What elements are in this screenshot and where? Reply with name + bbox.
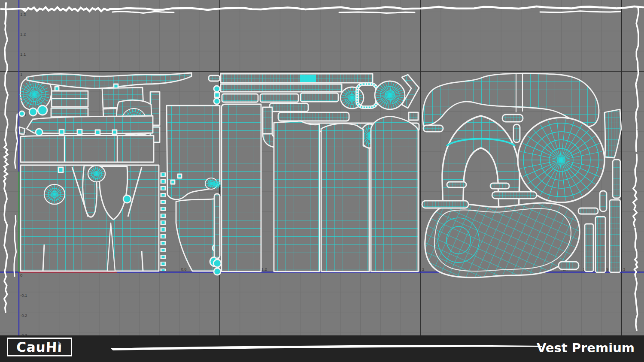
logo-cauhi: CauHi (7, 338, 72, 356)
uv-island-part[interactable] (19, 127, 25, 134)
uv-island-part[interactable] (171, 180, 175, 184)
uv-island-part[interactable] (260, 94, 298, 102)
uv-island-part[interactable] (36, 129, 43, 136)
v-axis-label: 1 (20, 72, 22, 77)
uv-island-part[interactable] (301, 93, 338, 102)
uv-island-part[interactable] (29, 108, 37, 116)
uv-island-part[interactable] (214, 86, 220, 92)
uv-island-belt2[interactable] (221, 84, 342, 92)
uv-island-panel3[interactable] (321, 124, 369, 272)
uv-island-part[interactable] (214, 268, 221, 275)
product-title: Vest Premium (537, 341, 635, 355)
uv-island-part[interactable] (300, 75, 316, 82)
uv-island-belt1[interactable] (221, 74, 373, 83)
uv-island-part[interactable] (423, 125, 443, 132)
uv-island-part[interactable] (492, 192, 537, 199)
v-axis-label: 1.1 (20, 52, 26, 57)
uv-island-part[interactable] (95, 130, 100, 135)
uv-island-part[interactable] (215, 93, 219, 97)
uv-island-part[interactable] (77, 130, 82, 134)
uv-island-part[interactable] (209, 75, 220, 81)
uv-tile-left[interactable] (19, 73, 220, 271)
uv-island-part[interactable] (595, 217, 605, 272)
uv-island-part[interactable] (447, 182, 466, 187)
uv-island-part[interactable] (123, 195, 131, 203)
uv-island-part[interactable] (270, 103, 308, 112)
uv-island-part[interactable] (214, 98, 220, 104)
uv-island-part[interactable] (490, 183, 509, 189)
uv-island-part[interactable] (222, 94, 258, 102)
v-axis-label: 1.2 (20, 32, 26, 36)
uv-island-part[interactable] (278, 112, 349, 121)
v-axis-label: 0 (20, 273, 22, 278)
uv-island-part[interactable] (59, 130, 64, 134)
uv-island-strap[interactable] (263, 107, 272, 134)
uv-island-part[interactable] (19, 111, 24, 116)
u-axis-label: 2 (422, 267, 424, 272)
uv-island-part[interactable] (559, 262, 579, 269)
uv-island-part[interactable] (600, 191, 607, 211)
uv-island-part[interactable] (112, 130, 117, 134)
v-axis-label: -0.1 (20, 293, 27, 298)
uv-island-panel4[interactable] (371, 117, 418, 272)
uv-island-part[interactable] (178, 174, 182, 178)
uv-island-part[interactable] (58, 167, 63, 172)
logo-text: CauHi (16, 341, 63, 354)
uv-island-part[interactable] (502, 115, 523, 122)
uv-island-panel1[interactable] (222, 104, 261, 272)
uv-island-part[interactable] (610, 200, 620, 272)
v-axis-label: 1.3 (20, 12, 26, 17)
uv-island-band[interactable] (27, 116, 153, 134)
uv-island-bigrect[interactable] (21, 136, 154, 163)
u-axis-label: 3 (623, 267, 625, 272)
u-axis-label: 0.8 (181, 267, 186, 272)
uv-island-part[interactable] (38, 106, 47, 115)
uv-island-part[interactable] (578, 208, 598, 214)
uv-island-panel2[interactable] (274, 121, 319, 272)
uv-island-part[interactable] (55, 87, 59, 91)
uv-island-part[interactable] (214, 194, 220, 258)
uv-island-diagstrip[interactable] (605, 109, 621, 158)
uv-tile-middle[interactable] (212, 74, 419, 275)
uv-island-part[interactable] (613, 160, 620, 198)
uv-island-part[interactable] (409, 112, 418, 120)
uv-presentation-page: 00.10.20.30.40.50.60.70.80.911.11.21.31.… (0, 0, 644, 362)
uv-canvas[interactable]: 00.10.20.30.40.50.60.70.80.911.11.21.31.… (0, 0, 644, 335)
footer-bar: CauHi Vest Premium (0, 335, 644, 362)
u-axis-label: 1.2 (261, 267, 267, 272)
uv-island-part[interactable] (422, 201, 468, 208)
uv-island-part[interactable] (585, 224, 593, 272)
uv-tile-right[interactable] (422, 73, 621, 278)
uv-island-part[interactable] (513, 124, 520, 142)
v-axis-label: -0.2 (20, 313, 27, 318)
uv-island-part[interactable] (213, 259, 221, 267)
